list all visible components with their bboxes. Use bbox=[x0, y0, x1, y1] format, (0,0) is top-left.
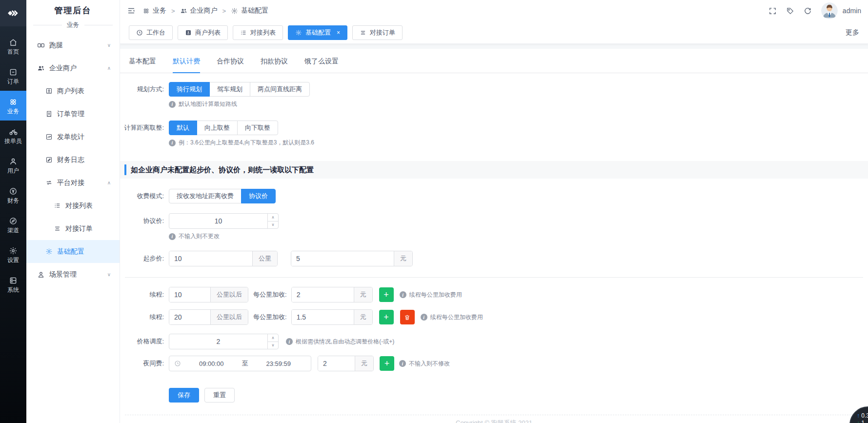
night-fee-input[interactable] bbox=[318, 356, 355, 371]
extra-fee-input[interactable] bbox=[292, 287, 354, 302]
sidebar-collapse-icon[interactable] bbox=[127, 6, 136, 15]
tab-cooperation-agreement[interactable]: 合作协议 bbox=[217, 57, 244, 73]
agreement-price-row: 协议价: bbox=[120, 213, 868, 229]
price-adjust-stepper bbox=[169, 334, 279, 349]
info-icon: i bbox=[169, 140, 176, 146]
option-round-down[interactable]: 向下取整 bbox=[237, 121, 278, 135]
user-avatar[interactable] bbox=[821, 2, 838, 19]
hint-text: 例：3.6公里向上取整是4,向下取整是3，默认则是3.6 bbox=[179, 139, 314, 147]
tab-basic-config[interactable]: 基本配置 bbox=[129, 57, 156, 73]
charge-mode-label: 收费模式: bbox=[120, 192, 169, 201]
gear-icon bbox=[231, 7, 238, 15]
theme-skin-icon[interactable] bbox=[786, 7, 794, 15]
tag-tab-connect-order[interactable]: 对接订单 bbox=[352, 25, 403, 40]
more-button[interactable]: 更多 bbox=[846, 28, 859, 37]
breadcrumb-separator: > bbox=[171, 7, 175, 15]
username[interactable]: admin bbox=[843, 7, 861, 15]
rail-item-users[interactable]: 用户 bbox=[0, 150, 26, 180]
rail-item-home[interactable]: 首页 bbox=[0, 31, 26, 61]
stepper-up-icon[interactable] bbox=[268, 334, 278, 342]
fullscreen-icon[interactable] bbox=[768, 7, 777, 15]
charge-mode-group: 按收发地址距离收费 协议价 bbox=[169, 189, 276, 203]
tab-default-billing[interactable]: 默认计费 bbox=[173, 57, 200, 73]
channel-icon bbox=[9, 217, 18, 225]
tag-tab-workbench[interactable]: 工作台 bbox=[129, 25, 173, 40]
breadcrumb-item-company-merchant[interactable]: 企业商户 bbox=[180, 6, 218, 15]
chevron-up-icon bbox=[107, 180, 111, 185]
add-night-fee-button[interactable] bbox=[380, 356, 394, 371]
planning-mode-group: 骑行规划 驾车规划 两点间直线距离 bbox=[169, 82, 310, 97]
sidebar-item-finance-log[interactable]: 财务日志 bbox=[26, 148, 120, 171]
extra-km-input[interactable] bbox=[169, 287, 210, 302]
sidebar-item-merchant-list[interactable]: 商户列表 bbox=[26, 80, 120, 102]
tab-deduction-agreement[interactable]: 扣款协议 bbox=[261, 57, 288, 73]
option-agreement-price[interactable]: 协议价 bbox=[241, 189, 276, 203]
sidebar-item-label: 跑腿 bbox=[49, 41, 63, 50]
rail-item-system[interactable]: 系统 bbox=[0, 269, 26, 299]
rail-item-label: 财务 bbox=[7, 198, 19, 203]
rail-item-business[interactable]: 业务 bbox=[0, 91, 26, 121]
night-start-time[interactable]: 09:00:00 bbox=[184, 360, 239, 367]
add-row-button[interactable] bbox=[379, 287, 394, 302]
reset-button[interactable]: 重置 bbox=[204, 388, 235, 403]
add-row-button[interactable] bbox=[379, 310, 394, 324]
sidebar-item-order-manage[interactable]: 订单管理 bbox=[26, 102, 120, 125]
close-icon[interactable]: × bbox=[337, 29, 340, 36]
copyright-text: Copyright © 跑腿系统 2021 bbox=[120, 419, 868, 423]
price-adjust-input[interactable] bbox=[169, 334, 278, 349]
option-riding-plan[interactable]: 骑行规划 bbox=[169, 82, 210, 97]
breadcrumb-item-business[interactable]: 业务 bbox=[142, 6, 166, 15]
stepper-down-icon[interactable] bbox=[268, 222, 278, 229]
base-km-input[interactable] bbox=[169, 251, 252, 266]
save-button[interactable]: 保存 bbox=[169, 388, 199, 403]
breadcrumb-label: 基础配置 bbox=[241, 6, 268, 15]
option-default[interactable]: 默认 bbox=[169, 121, 197, 135]
hint-text: 不输入则不修改 bbox=[409, 360, 450, 368]
rail-item-couriers[interactable]: 接单员 bbox=[0, 121, 26, 150]
tab-eleme-settings[interactable]: 饿了么设置 bbox=[304, 57, 339, 73]
sidebar-item-scene-manage[interactable]: 场景管理 bbox=[26, 263, 120, 286]
courier-bike-icon bbox=[9, 127, 18, 136]
finance-log-icon bbox=[45, 156, 53, 163]
sidebar-item-basic-config[interactable]: 基础配置 bbox=[26, 240, 120, 263]
order-manage-icon bbox=[45, 110, 53, 118]
connect-list-icon bbox=[54, 202, 61, 209]
sidebar-item-errand[interactable]: 跑腿 bbox=[26, 34, 120, 57]
tag-tab-label: 基础配置 bbox=[305, 28, 331, 37]
sidebar-item-connect-order[interactable]: 对接订单 bbox=[26, 217, 120, 240]
rail-item-settings[interactable]: 设置 bbox=[0, 240, 26, 269]
sidebar-section-label: 业务 bbox=[33, 20, 113, 29]
option-driving-plan[interactable]: 驾车规划 bbox=[209, 82, 250, 97]
app-logo[interactable] bbox=[0, 0, 26, 26]
stepper-up-icon[interactable] bbox=[268, 214, 278, 222]
sidebar-item-company-merchant[interactable]: 企业商户 bbox=[26, 57, 120, 80]
refresh-icon[interactable] bbox=[804, 7, 812, 15]
base-fee-input[interactable] bbox=[291, 251, 394, 266]
stepper-down-icon[interactable] bbox=[268, 342, 278, 349]
content-card: 基本配置 默认计费 合作协议 扣款协议 饿了么设置 规划方式: 骑行规划 驾车规… bbox=[120, 49, 868, 423]
sidebar-item-platform-connect[interactable]: 平台对接 bbox=[26, 171, 120, 194]
agreement-price-input[interactable] bbox=[169, 214, 278, 228]
night-end-time[interactable]: 23:59:59 bbox=[251, 360, 306, 367]
sidebar-item-connect-list[interactable]: 对接列表 bbox=[26, 194, 120, 217]
delete-row-button[interactable] bbox=[400, 310, 415, 324]
extra-km-input[interactable] bbox=[169, 310, 210, 324]
option-straight-line[interactable]: 两点间直线距离 bbox=[250, 82, 310, 97]
up-arrow-icon: ↑ bbox=[857, 412, 860, 419]
merchant-card-icon bbox=[185, 29, 192, 36]
company-merchant-icon bbox=[37, 64, 45, 72]
option-round-up[interactable]: 向上取整 bbox=[197, 121, 238, 135]
tag-tab-basic-config[interactable]: 基础配置 × bbox=[288, 25, 347, 40]
option-distance-charge[interactable]: 按收发地址距离收费 bbox=[169, 189, 242, 203]
extra-fee-input[interactable] bbox=[292, 310, 354, 324]
download-speed: ↓ 1 bbox=[857, 420, 865, 423]
info-icon: i bbox=[169, 101, 176, 108]
rail-item-orders[interactable]: 订单 bbox=[0, 61, 26, 91]
rail-item-finance[interactable]: 财务 bbox=[0, 180, 26, 210]
rail-item-channels[interactable]: 渠道 bbox=[0, 210, 26, 240]
rail-item-label: 订单 bbox=[7, 79, 19, 84]
night-time-range-picker[interactable]: 09:00:00 至 23:59:59 bbox=[169, 356, 311, 371]
tag-tab-connect-list[interactable]: 对接列表 bbox=[233, 25, 283, 40]
tag-tab-merchant-list[interactable]: 商户列表 bbox=[178, 25, 228, 40]
sidebar-item-dispatch-stats[interactable]: 发单统计 bbox=[26, 125, 120, 148]
